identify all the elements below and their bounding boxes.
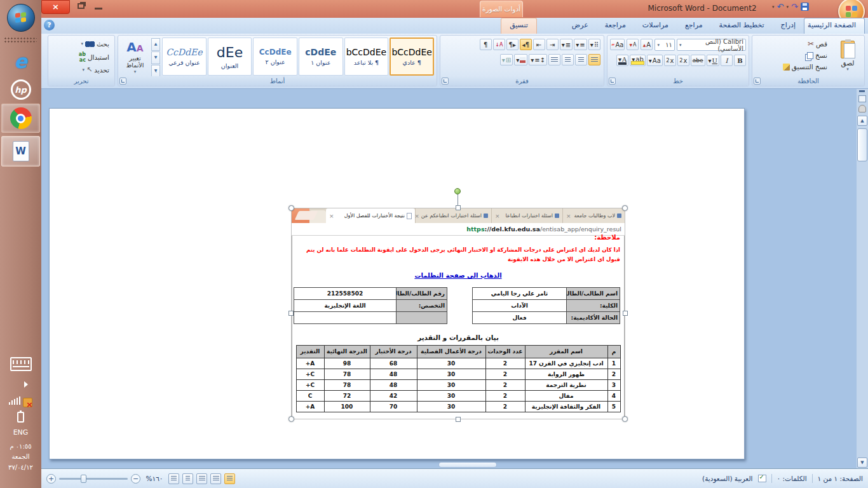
zoom-out-button[interactable]: − — [131, 474, 140, 484]
zoom-slider-thumb[interactable] — [81, 475, 86, 483]
tab-format[interactable]: تنسيق — [501, 18, 537, 34]
rtl-direction-button[interactable]: ¶◂ — [520, 39, 532, 50]
minimize-button[interactable] — [95, 8, 102, 10]
styles-scroll-up[interactable]: ▲ — [151, 38, 160, 51]
minimize-ribbon-icon[interactable] — [859, 90, 865, 92]
replace-button[interactable]: استبدالabac — [52, 51, 111, 64]
numbering-button[interactable]: ≡▾ — [574, 39, 587, 50]
strikethrough-button[interactable]: abe — [691, 55, 705, 66]
browse-object-icon[interactable] — [858, 105, 866, 112]
align-right-button[interactable] — [588, 54, 600, 65]
styles-dialog-launcher[interactable] — [119, 78, 126, 85]
save-button[interactable] — [801, 3, 809, 11]
rotate-handle[interactable] — [454, 188, 461, 194]
bullets-button[interactable]: ⠿▾ — [588, 39, 600, 50]
redo-button[interactable]: ↷ — [791, 2, 798, 11]
taskbar-item-internet-explorer[interactable]: e — [0, 50, 41, 72]
subscript-button[interactable]: x2 — [677, 55, 689, 66]
resize-handle-top-right[interactable] — [622, 205, 628, 211]
clear-formatting-button[interactable]: Aa▰ — [610, 39, 625, 50]
find-button[interactable]: بحث▾ — [52, 39, 111, 48]
language-status[interactable]: العربية (السعودية) — [702, 475, 752, 482]
font-name-combo[interactable]: Calibri (النص الأساسي)▾ — [677, 39, 746, 51]
help-button[interactable]: ? — [44, 20, 55, 30]
scroll-down-button[interactable]: ▼ — [857, 458, 867, 468]
grow-font-button[interactable]: A▲ — [641, 39, 653, 50]
zoom-in-button[interactable]: + — [46, 474, 56, 484]
resize-handle-top-left[interactable] — [288, 205, 294, 211]
view-outline-button[interactable] — [182, 473, 193, 484]
styles-scroll-down[interactable]: ▼ — [151, 51, 160, 64]
zoom-slider[interactable] — [59, 478, 128, 480]
font-color-button[interactable]: A▾ — [616, 55, 628, 66]
tray-network[interactable] — [0, 395, 41, 407]
superscript-button[interactable]: x2 — [664, 55, 676, 66]
show-paragraph-marks-button[interactable]: ¶ — [480, 39, 492, 50]
clock-time[interactable]: ٠١:٥٥ م — [0, 442, 41, 451]
style-heading1[interactable]: cDdEe عنوان ١ — [299, 37, 343, 76]
shading-button[interactable]: ▾ — [514, 54, 527, 65]
resize-handle-middle-right[interactable] — [623, 311, 628, 316]
taskbar-item-hp[interactable]: hp — [0, 78, 41, 102]
zoom-level[interactable]: %١٦٠ — [144, 475, 165, 482]
style-normal[interactable]: bCcDdEe ¶ عادي — [390, 37, 434, 76]
start-button[interactable] — [7, 4, 35, 32]
italic-button[interactable]: I — [721, 55, 733, 66]
select-button[interactable]: تحديد↖▾ — [52, 65, 111, 74]
view-draft-button[interactable] — [168, 473, 179, 484]
copy-button[interactable]: نسخ — [782, 51, 829, 60]
style-no-spacing[interactable]: bCcDdEe ¶ بلا تباعد — [344, 37, 389, 76]
view-fullscreen-reading-button[interactable] — [210, 473, 221, 484]
tab-view[interactable]: عرض — [564, 18, 597, 34]
resize-handle-bottom-left[interactable] — [288, 416, 294, 422]
line-spacing-button[interactable]: ↕≡▾ — [529, 54, 547, 65]
styles-gallery-expand[interactable]: ▼̱ — [151, 65, 160, 78]
view-print-layout-button[interactable] — [224, 473, 235, 484]
align-center-button[interactable] — [575, 54, 587, 65]
justify-button[interactable] — [548, 54, 560, 65]
scrollbar-thumb[interactable] — [857, 128, 867, 161]
embedded-picture[interactable]: لاب وطالبات جامعة × اسئلة اختبارات انطبا… — [291, 208, 625, 419]
align-left-button[interactable] — [562, 54, 574, 65]
style-heading2[interactable]: CcDdEe عنوان ٢ — [253, 37, 297, 76]
change-styles-button[interactable]: AA تغيير الأنماط ▾ — [120, 37, 150, 79]
page-indicator[interactable]: الصفحة: ١ من ١ — [818, 475, 863, 482]
close-button[interactable]: × — [41, 0, 70, 14]
touch-keyboard-button[interactable] — [0, 357, 41, 374]
paste-button[interactable]: لصق ▾ — [834, 38, 862, 74]
style-subtitle[interactable]: CcDdEe عنوان فرعي — [162, 37, 207, 76]
borders-button[interactable]: ⊞▾ — [500, 54, 513, 65]
ruler-toggle-icon[interactable] — [858, 95, 866, 102]
ltr-direction-button[interactable]: ▸¶ — [506, 39, 519, 50]
clipboard-dialog-launcher[interactable] — [754, 78, 761, 85]
undo-button[interactable]: ↶ — [777, 2, 784, 11]
shrink-font-button[interactable]: A▼ — [627, 39, 639, 50]
bold-button[interactable]: B — [734, 55, 746, 66]
horizontal-scrollbar-thumb[interactable] — [438, 462, 497, 468]
tab-references[interactable]: مراجع — [677, 18, 711, 34]
spellcheck-icon[interactable] — [758, 475, 766, 482]
language-indicator[interactable]: ENG — [0, 428, 41, 437]
scroll-up-button[interactable]: ▲ — [857, 116, 867, 126]
increase-indent-button[interactable]: ⇥ — [546, 39, 559, 50]
decrease-indent-button[interactable]: ⇤ — [533, 39, 545, 50]
tab-insert[interactable]: إدراج — [773, 18, 804, 34]
cut-button[interactable]: قص✂ — [782, 39, 829, 49]
tab-mailings[interactable]: مراسلات — [634, 18, 677, 34]
tab-review[interactable]: مراجعة — [597, 18, 634, 34]
undo-dropdown[interactable]: ▾ — [786, 4, 789, 10]
underline-button[interactable]: U▾ — [707, 55, 719, 66]
taskbar-item-chrome[interactable] — [1, 104, 40, 133]
format-painter-button[interactable]: نسخ التنسيق — [782, 62, 829, 71]
change-case-button[interactable]: Aa▾ — [647, 55, 663, 66]
font-dialog-launcher[interactable] — [609, 78, 616, 85]
view-web-layout-button[interactable] — [196, 473, 207, 484]
resize-handle-bottom-center[interactable] — [456, 417, 461, 422]
sort-button[interactable]: A↓ — [493, 39, 505, 50]
tray-expand-button[interactable] — [0, 381, 41, 388]
multilevel-list-button[interactable]: ≣▾ — [560, 39, 573, 50]
taskbar-item-word[interactable]: W — [1, 136, 40, 166]
word-count[interactable]: الكلمات: ٠ — [777, 475, 807, 482]
resize-handle-top-center[interactable] — [456, 205, 461, 210]
resize-handle-middle-left[interactable] — [288, 311, 294, 316]
